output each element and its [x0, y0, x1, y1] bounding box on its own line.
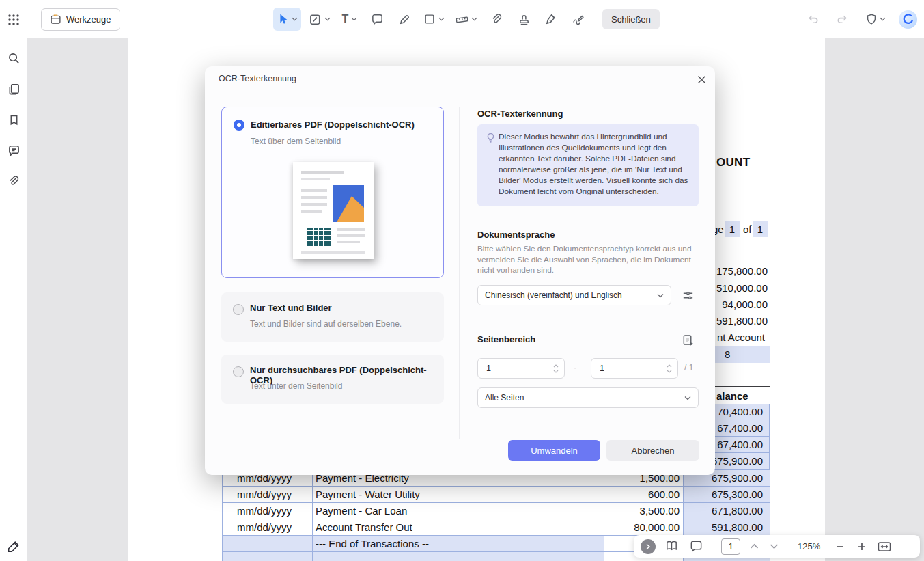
- stamp-icon: [518, 13, 531, 26]
- language-heading: Dokumentsprache: [477, 230, 555, 240]
- shapes-tool-button[interactable]: [420, 8, 448, 31]
- measure-tool-button[interactable]: [452, 8, 481, 31]
- werkzeuge-button[interactable]: Werkzeuge: [41, 8, 120, 31]
- cell-amount: 3,500.00: [604, 503, 684, 519]
- option-text-and-images[interactable]: Nur Text und Bilder Text und Bilder sind…: [221, 292, 444, 342]
- search-button[interactable]: [5, 50, 22, 66]
- fit-width-button[interactable]: [878, 541, 891, 552]
- signature-icon: [572, 12, 585, 26]
- stylus-icon: [7, 540, 20, 553]
- range-separator: -: [574, 362, 576, 372]
- expand-panel-button[interactable]: [641, 539, 656, 554]
- cell-description: Account Transfer Out: [313, 519, 604, 536]
- redo-icon: [836, 13, 849, 26]
- reading-mode-button[interactable]: [664, 539, 679, 553]
- undo-icon: [807, 13, 820, 26]
- cell-amount: 80,000.00: [604, 519, 684, 536]
- select-tool-button[interactable]: [273, 8, 301, 31]
- page-number-cell: 1: [725, 221, 740, 237]
- sliders-icon: [682, 289, 695, 302]
- zoom-in-button[interactable]: [857, 542, 867, 551]
- page-number-input[interactable]: [721, 538, 740, 555]
- undo-button[interactable]: [802, 9, 823, 29]
- app-menu-button[interactable]: [5, 12, 22, 28]
- convert-button[interactable]: Umwandeln: [508, 440, 600, 461]
- bookmarks-button[interactable]: [5, 111, 22, 128]
- signature-tool-button[interactable]: [567, 8, 590, 31]
- stepper-icons[interactable]: [667, 364, 672, 373]
- page-scope-value: Alle Seiten: [485, 393, 524, 402]
- dialog-title: OCR-Texterkennung: [219, 74, 296, 83]
- comment-tool-button[interactable]: [365, 8, 389, 31]
- redo-button[interactable]: [832, 9, 852, 29]
- ai-assistant-button[interactable]: [899, 10, 917, 29]
- range-from-field: [477, 358, 565, 379]
- annotations-list-button[interactable]: [689, 539, 703, 553]
- range-from-input[interactable]: [478, 364, 544, 373]
- option-searchable-pdf[interactable]: Nur durchsuchbares PDF (Doppelschicht-OC…: [221, 355, 444, 404]
- highlight-tool-button[interactable]: [393, 8, 416, 31]
- range-to-field: [591, 358, 678, 379]
- cell-date: [223, 536, 313, 552]
- text-icon: T: [342, 14, 349, 25]
- table-row: mm/dd/yyyy Account Transfer Out 80,000.0…: [223, 519, 770, 536]
- zoom-out-button[interactable]: [835, 542, 845, 551]
- language-hint: Bitte wählen Sie den Dokumentensprachtyp…: [477, 244, 699, 276]
- range-to-input[interactable]: [591, 364, 657, 373]
- fit-width-icon: [878, 541, 891, 552]
- radio-unselected-icon[interactable]: [233, 366, 244, 377]
- summary-highlight-cell: [715, 346, 770, 363]
- chevron-down-icon: [324, 17, 331, 21]
- attachments-panel-button[interactable]: [5, 173, 22, 189]
- left-sidebar: [0, 38, 27, 561]
- cell-description: Payment - Water Utility: [313, 487, 604, 503]
- pen-mode-button[interactable]: [5, 538, 22, 555]
- cancel-label: Abbrechen: [632, 446, 675, 456]
- paperclip-icon: [490, 13, 503, 25]
- chevron-down-icon: [684, 396, 691, 400]
- zoom-level-label: 125%: [798, 541, 820, 551]
- chevron-up-icon: [750, 543, 759, 549]
- page-scope-select[interactable]: Alle Seiten: [477, 387, 699, 408]
- table-row: mm/dd/yyyy Payment - Car Loan 3,500.00 6…: [223, 503, 770, 519]
- statement-heading-fragment: OUNT: [716, 156, 750, 169]
- cell-balance: 671,800.00: [684, 503, 770, 519]
- cell-date: mm/dd/yyyy: [223, 487, 313, 503]
- protect-button[interactable]: [861, 9, 890, 29]
- text-tool-button[interactable]: T: [338, 8, 361, 31]
- thumbnails-button[interactable]: [5, 81, 22, 97]
- option-label: Editierbares PDF (Doppelschicht-OCR): [251, 120, 415, 130]
- minus-icon: [835, 542, 845, 551]
- edit-tool-button[interactable]: [305, 8, 334, 31]
- page-range-options-button[interactable]: [680, 331, 696, 348]
- paperclip-icon: [8, 175, 20, 187]
- chevron-down-icon: [880, 17, 886, 21]
- werkzeuge-label: Werkzeuge: [66, 14, 111, 25]
- option-editable-pdf[interactable]: Editierbares PDF (Doppelschicht-OCR) Tex…: [221, 107, 444, 278]
- book-open-icon: [664, 539, 679, 553]
- attachment-tool-button[interactable]: [485, 8, 508, 31]
- status-toolbar: 125%: [634, 535, 920, 558]
- close-editor-button[interactable]: Schließen: [602, 9, 660, 29]
- ocr-dialog: OCR-Texterkennung Editierbares PDF (Dopp…: [205, 66, 715, 475]
- language-select[interactable]: Chinesisch (vereinfacht) und Englisch: [477, 285, 671, 305]
- cancel-button[interactable]: Abbrechen: [606, 440, 699, 461]
- radio-selected-icon[interactable]: [234, 120, 244, 131]
- summary-value: 8: [725, 347, 730, 362]
- page-label-of: of: [743, 222, 752, 237]
- stamp-tool-button[interactable]: [512, 8, 535, 31]
- stepper-icons[interactable]: [553, 364, 559, 373]
- chevron-down-icon: [770, 543, 779, 549]
- fill-sign-tool-button[interactable]: [540, 8, 563, 31]
- option-label: Nur Text und Bilder: [250, 303, 332, 313]
- radio-unselected-icon[interactable]: [233, 304, 244, 315]
- next-page-button[interactable]: [770, 543, 779, 549]
- cell-date: mm/dd/yyyy: [223, 519, 313, 536]
- history-tools: [802, 8, 917, 31]
- comments-panel-button[interactable]: [5, 142, 22, 159]
- cell-balance: 591,800.00: [684, 519, 770, 536]
- previous-page-button[interactable]: [750, 543, 759, 549]
- language-settings-button[interactable]: [680, 287, 696, 303]
- tool-group: T: [273, 8, 660, 31]
- ai-icon: [902, 13, 914, 25]
